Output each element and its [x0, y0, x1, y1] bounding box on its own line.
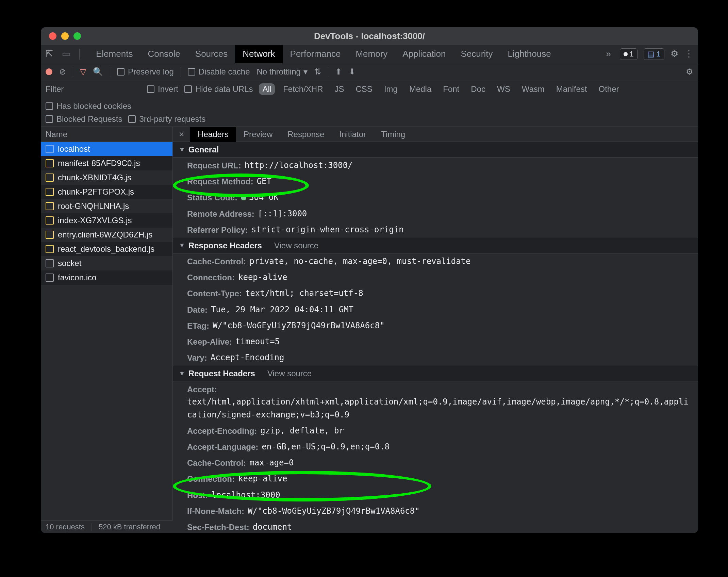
download-icon[interactable]: ⬇: [349, 67, 355, 77]
hide-data-urls-checkbox[interactable]: Hide data URLs: [184, 84, 253, 94]
pill-other[interactable]: Other: [595, 83, 622, 95]
tab-lighthouse[interactable]: Lighthouse: [500, 45, 558, 63]
has-blocked-cookies-label: Has blocked cookies: [56, 101, 131, 111]
header-value: Accept-Encoding: [211, 351, 284, 364]
name-column-header[interactable]: Name: [41, 127, 172, 142]
tab-console[interactable]: Console: [140, 45, 187, 63]
header-value: W/"cb8-WoGEyUiyZB79jQ49rBw1VA8A6c8": [213, 319, 385, 332]
window-title: DevTools - localhost:3000/: [314, 31, 425, 42]
tab-application[interactable]: Application: [395, 45, 453, 63]
search-icon[interactable]: 🔍: [93, 67, 103, 77]
error-badge[interactable]: 1: [620, 48, 638, 60]
preserve-log-checkbox[interactable]: Preserve log: [117, 67, 174, 77]
minimize-window-button[interactable]: [61, 32, 69, 40]
request-name: localhost: [58, 144, 90, 154]
detail-tab-initiator[interactable]: Initiator: [332, 127, 374, 142]
close-details-icon[interactable]: ×: [173, 129, 190, 139]
section-header[interactable]: ▼General: [173, 142, 698, 158]
pill-js[interactable]: JS: [331, 83, 348, 95]
header-value: text/html; charset=utf-8: [245, 287, 363, 300]
request-count: 10 requests: [46, 523, 85, 531]
header-row: Connection:keep-alive: [173, 471, 698, 487]
status-dot-icon: [241, 195, 246, 200]
throttling-select[interactable]: No throttling▾: [257, 67, 307, 77]
close-window-button[interactable]: [49, 32, 56, 40]
detail-tab-preview[interactable]: Preview: [236, 127, 280, 142]
header-row: Host:localhost:3000: [173, 487, 698, 503]
hide-data-urls-label: Hide data URLs: [195, 84, 253, 94]
view-source-link[interactable]: View source: [267, 369, 312, 378]
tab-sources[interactable]: Sources: [188, 45, 235, 63]
request-row[interactable]: react_devtools_backend.js: [41, 242, 172, 256]
header-key: Accept-Encoding:: [187, 425, 257, 437]
pill-img[interactable]: Img: [381, 83, 401, 95]
tab-memory[interactable]: Memory: [348, 45, 395, 63]
request-name: manifest-85AFD9C0.js: [58, 159, 140, 168]
request-name: entry.client-6WZQD6ZH.js: [58, 230, 152, 240]
error-count: 1: [630, 50, 634, 59]
tab-security[interactable]: Security: [453, 45, 500, 63]
detail-tab-response[interactable]: Response: [280, 127, 332, 142]
pill-ws[interactable]: WS: [494, 83, 514, 95]
pill-fetchxhr[interactable]: Fetch/XHR: [280, 83, 326, 95]
request-row[interactable]: manifest-85AFD9C0.js: [41, 156, 172, 170]
header-key: Referrer Policy:: [187, 224, 248, 236]
invert-checkbox[interactable]: Invert: [147, 84, 178, 94]
request-row[interactable]: localhost: [41, 142, 172, 156]
detail-tab-headers[interactable]: Headers: [190, 127, 236, 142]
tab-performance[interactable]: Performance: [283, 45, 348, 63]
pill-manifest[interactable]: Manifest: [553, 83, 591, 95]
transferred-size: 520 kB transferred: [99, 523, 160, 531]
detail-body[interactable]: ▼GeneralRequest URL:http://localhost:300…: [173, 142, 698, 533]
filter-bar: Filter Invert Hide data URLs AllFetch/XH…: [41, 80, 698, 127]
message-badge[interactable]: ▤1: [644, 48, 664, 60]
section-header[interactable]: ▼Request HeadersView source: [173, 366, 698, 381]
network-settings-icon[interactable]: ⚙: [686, 67, 693, 77]
pill-css[interactable]: CSS: [352, 83, 376, 95]
js-file-icon: [46, 174, 54, 182]
clear-icon[interactable]: ⊘: [59, 67, 66, 77]
detail-tab-timing[interactable]: Timing: [374, 127, 413, 142]
request-row[interactable]: root-GNQHLNHA.js: [41, 199, 172, 213]
header-key: If-None-Match:: [187, 505, 244, 517]
error-dot-icon: [624, 52, 628, 56]
checkbox-icon: [147, 85, 154, 93]
request-row[interactable]: entry.client-6WZQD6ZH.js: [41, 228, 172, 242]
tab-network[interactable]: Network: [235, 45, 282, 63]
request-row[interactable]: socket: [41, 256, 172, 270]
filter-input[interactable]: Filter: [46, 83, 141, 95]
has-blocked-cookies-checkbox[interactable]: Has blocked cookies: [46, 101, 131, 111]
kebab-menu-icon[interactable]: ⋮: [684, 49, 693, 59]
pill-font[interactable]: Font: [440, 83, 463, 95]
section-header[interactable]: ▼Response HeadersView source: [173, 238, 698, 253]
request-row[interactable]: favicon.ico: [41, 270, 172, 285]
request-row[interactable]: index-XG7XVLGS.js: [41, 213, 172, 228]
divider: [73, 67, 73, 77]
wifi-icon[interactable]: ⇅: [314, 67, 321, 77]
more-tabs-icon[interactable]: »: [606, 49, 611, 59]
maximize-window-button[interactable]: [73, 32, 81, 40]
pill-all[interactable]: All: [259, 83, 275, 95]
inspect-icon[interactable]: ⇱: [46, 49, 53, 59]
upload-icon[interactable]: ⬆: [335, 67, 342, 77]
settings-icon[interactable]: ⚙: [671, 49, 678, 59]
device-toggle-icon[interactable]: ▭: [62, 49, 70, 59]
tab-elements[interactable]: Elements: [88, 45, 140, 63]
section-title: Response Headers: [188, 241, 262, 250]
js-file-icon: [46, 159, 54, 167]
pill-wasm[interactable]: Wasm: [518, 83, 548, 95]
request-row[interactable]: chunk-P2FTGPOX.js: [41, 185, 172, 199]
header-value: max-age=0: [249, 457, 294, 469]
blocked-requests-checkbox[interactable]: Blocked Requests: [46, 114, 122, 124]
pill-doc[interactable]: Doc: [467, 83, 489, 95]
view-source-link[interactable]: View source: [274, 241, 318, 250]
header-key: Connection:: [187, 473, 235, 485]
header-value: Tue, 29 Mar 2022 04:04:11 GMT: [211, 303, 353, 316]
request-row[interactable]: chunk-XBNIDT4G.js: [41, 170, 172, 185]
network-toolbar: ⊘ ▽ 🔍 Preserve log Disable cache No thro…: [41, 63, 698, 80]
disable-cache-checkbox[interactable]: Disable cache: [188, 67, 250, 77]
pill-media[interactable]: Media: [406, 83, 435, 95]
record-button[interactable]: [46, 68, 52, 75]
filter-toggle-icon[interactable]: ▽: [80, 67, 86, 77]
third-party-checkbox[interactable]: 3rd-party requests: [128, 114, 205, 124]
